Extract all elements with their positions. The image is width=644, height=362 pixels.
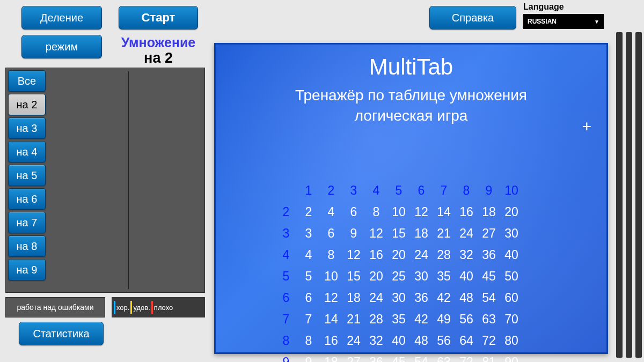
table-cell: 8 (365, 201, 387, 223)
table-cell: 36 (478, 244, 500, 265)
table-cell: 12 (410, 201, 433, 223)
table-cell: 4 (297, 244, 320, 265)
table-cell: 16 (320, 330, 342, 351)
operation-label: Умножение (112, 35, 205, 50)
col-header: 10 (500, 180, 523, 201)
col-header: 5 (387, 180, 410, 201)
tab-на-5[interactable]: на 5 (8, 165, 46, 186)
table-cell: 30 (387, 287, 410, 308)
table-cell: 63 (433, 351, 455, 362)
plus-icon: + (582, 117, 591, 136)
score-divider (128, 71, 129, 289)
table-cell: 27 (478, 223, 500, 244)
row-header: 8 (275, 330, 297, 351)
table-cell: 60 (500, 287, 523, 308)
legend-ok-label: удов. (133, 304, 150, 312)
legend-good-label: хор. (116, 304, 129, 312)
main-panel: MultiTab Тренажёр по таблице умноженияло… (214, 43, 608, 354)
table-cell: 9 (342, 223, 365, 244)
col-header: 6 (410, 180, 433, 201)
right-bar-1[interactable] (616, 32, 623, 358)
table-cell: 12 (365, 223, 387, 244)
tab-на-4[interactable]: на 4 (8, 141, 46, 162)
table-cell: 10 (320, 265, 342, 287)
table-cell: 14 (320, 308, 342, 330)
col-header: 8 (455, 180, 478, 201)
table-cell: 4 (320, 201, 342, 223)
table-cell: 90 (500, 351, 523, 362)
table-cell: 42 (410, 308, 433, 330)
statistics-button[interactable]: Статистика (19, 322, 104, 345)
table-cell: 40 (455, 265, 478, 287)
work-on-errors-button[interactable]: работа над ошибками (5, 297, 105, 317)
table-cell: 10 (387, 201, 410, 223)
table-cell: 63 (478, 308, 500, 330)
col-header: 3 (342, 180, 365, 201)
row-header: 6 (275, 287, 297, 308)
tab-Все[interactable]: Все (8, 70, 46, 92)
table-cell: 81 (478, 351, 500, 362)
table-cell: 28 (433, 244, 455, 265)
row-header: 5 (275, 265, 297, 287)
table-cell: 30 (500, 223, 523, 244)
table-cell: 45 (387, 351, 410, 362)
table-cell: 15 (387, 223, 410, 244)
col-header: 9 (478, 180, 500, 201)
tab-на-2[interactable]: на 2 (8, 94, 46, 115)
table-cell: 24 (365, 287, 387, 308)
table-cell: 50 (500, 265, 523, 287)
legend-bar-bad (151, 301, 153, 314)
table-cell: 2 (297, 201, 320, 223)
division-button[interactable]: Деление (21, 6, 102, 29)
table-cell: 8 (297, 330, 320, 351)
app-title: MultiTab (216, 54, 606, 80)
score-body (52, 68, 204, 292)
right-bar-3[interactable] (635, 32, 642, 358)
table-cell: 35 (433, 265, 455, 287)
row-header: 2 (275, 201, 297, 223)
tabs-column: Всена 2на 3на 4на 5на 6на 7на 8на 9 (6, 68, 52, 292)
table-cell: 25 (387, 265, 410, 287)
table-cell: 32 (365, 330, 387, 351)
tab-на-9[interactable]: на 9 (8, 259, 46, 280)
score-panel: Всена 2на 3на 4на 5на 6на 7на 8на 9 (5, 68, 205, 293)
table-cell: 72 (455, 351, 478, 362)
table-cell: 18 (320, 351, 342, 362)
tab-на-7[interactable]: на 7 (8, 212, 46, 233)
table-cell: 18 (342, 287, 365, 308)
right-bar-2[interactable] (626, 32, 632, 358)
table-cell: 80 (500, 330, 523, 351)
table-cell: 6 (342, 201, 365, 223)
table-cell: 42 (433, 287, 455, 308)
multiply-by-label: на 2 (112, 50, 205, 67)
table-cell: 20 (365, 265, 387, 287)
table-cell: 8 (320, 244, 342, 265)
row-header: 3 (275, 223, 297, 244)
app-subtitle: Тренажёр по таблице умножениялогическая … (216, 85, 606, 126)
col-header: 2 (320, 180, 342, 201)
language-select[interactable]: RUSSIAN (523, 14, 604, 29)
table-cell: 16 (455, 201, 478, 223)
mode-button[interactable]: режим (21, 35, 102, 58)
table-cell: 3 (297, 223, 320, 244)
language-label: Language (523, 2, 564, 12)
table-cell: 35 (387, 308, 410, 330)
table-cell: 54 (410, 351, 433, 362)
table-cell: 7 (297, 308, 320, 330)
start-button[interactable]: Старт (119, 6, 198, 29)
table-cell: 40 (500, 244, 523, 265)
table-cell: 16 (365, 244, 387, 265)
table-cell: 14 (433, 201, 455, 223)
tab-на-8[interactable]: на 8 (8, 235, 46, 257)
table-cell: 45 (478, 265, 500, 287)
table-corner (275, 180, 297, 201)
table-cell: 49 (433, 308, 455, 330)
tab-на-3[interactable]: на 3 (8, 117, 46, 139)
help-button[interactable]: Справка (429, 6, 516, 29)
table-cell: 9 (297, 351, 320, 362)
table-cell: 36 (365, 351, 387, 362)
table-cell: 56 (455, 308, 478, 330)
tab-на-6[interactable]: на 6 (8, 188, 46, 210)
row-header: 7 (275, 308, 297, 330)
col-header: 1 (297, 180, 320, 201)
